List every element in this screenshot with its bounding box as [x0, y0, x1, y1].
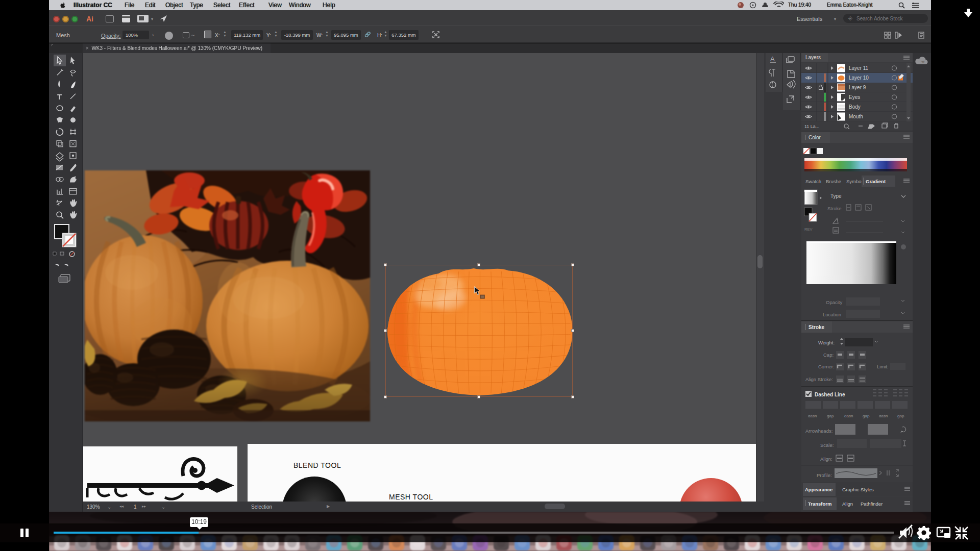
svg-text:Symbo: Symbo	[846, 179, 862, 184]
svg-text:gap: gap	[863, 414, 870, 418]
svg-text:Eyes: Eyes	[849, 94, 860, 100]
svg-text:REV: REV	[804, 227, 812, 232]
svg-text:Swatch: Swatch	[805, 179, 821, 184]
svg-text:gap: gap	[897, 414, 904, 418]
svg-text:Scale:: Scale:	[820, 442, 834, 448]
svg-text:dash: dash	[879, 414, 888, 418]
svg-text:Type: Type	[830, 193, 842, 199]
svg-text:Pathfinder: Pathfinder	[861, 501, 883, 507]
svg-text:Limit:: Limit:	[877, 364, 889, 369]
svg-text:Color: Color	[808, 135, 821, 140]
svg-text:T: T	[57, 92, 62, 101]
svg-text:Align: Align	[842, 501, 853, 507]
svg-text:Arrowheads:: Arrowheads:	[805, 428, 832, 434]
svg-text:dash: dash	[844, 414, 853, 418]
svg-text:Layer 9: Layer 9	[849, 85, 866, 90]
svg-text:Brushe: Brushe	[826, 179, 841, 184]
svg-text:Cap:: Cap:	[823, 352, 834, 358]
svg-text:Opacity: Opacity	[826, 299, 842, 305]
svg-text:Align Stroke:: Align Stroke:	[805, 377, 833, 382]
svg-text:Gradient: Gradient	[866, 179, 886, 184]
svg-text:Location: Location	[823, 312, 841, 317]
svg-text:11 La...: 11 La...	[804, 124, 819, 129]
svg-text:st: st	[921, 60, 925, 64]
svg-text:Layer 11: Layer 11	[849, 65, 869, 71]
svg-text:Weight:: Weight:	[818, 340, 835, 345]
svg-text:gap: gap	[827, 414, 834, 418]
svg-text:A: A	[770, 55, 775, 63]
svg-text:Mouth: Mouth	[849, 114, 863, 119]
svg-text:Layers: Layers	[805, 55, 821, 60]
svg-text:Dashed Line: Dashed Line	[815, 392, 845, 397]
svg-text:Body: Body	[849, 104, 861, 110]
svg-text:Profile:: Profile:	[817, 472, 832, 478]
svg-text:Graphic Styles: Graphic Styles	[842, 487, 874, 492]
svg-text:Layer 10: Layer 10	[849, 75, 869, 81]
svg-text:dash: dash	[808, 414, 817, 418]
svg-text:Transform: Transform	[808, 501, 831, 507]
svg-text:Corner:: Corner:	[818, 364, 835, 369]
svg-text:Stroke: Stroke	[827, 206, 841, 211]
svg-text:Stroke: Stroke	[808, 324, 825, 330]
svg-text:Align:: Align:	[820, 456, 832, 462]
svg-text:Appearance: Appearance	[805, 487, 832, 492]
